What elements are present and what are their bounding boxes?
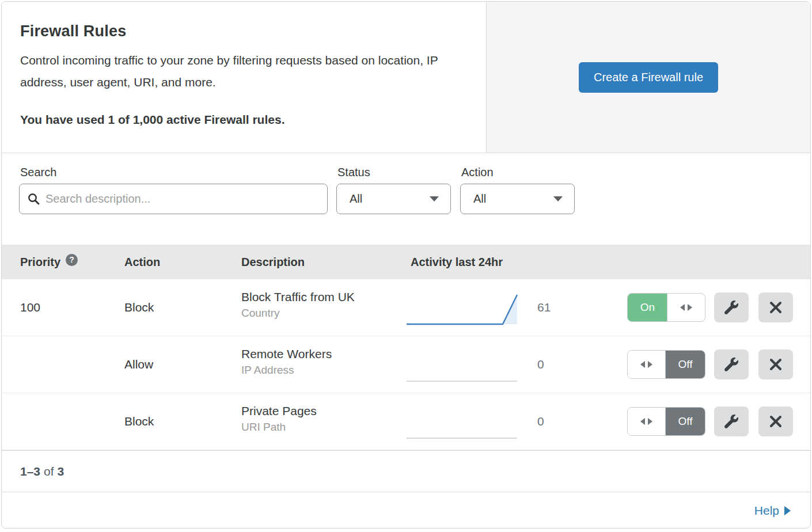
rule-description-cell: Remote Workers IP Address	[241, 347, 332, 377]
wrench-icon	[724, 415, 738, 428]
wrench-icon	[724, 301, 738, 314]
delete-rule-button[interactable]	[758, 292, 793, 322]
toggle-handle	[667, 294, 705, 321]
table-row: 100 Block Block Traffic from UK Country …	[2, 279, 810, 336]
arrow-right-icon	[648, 361, 652, 368]
toggle-state-label: Off	[666, 351, 705, 378]
rule-action: Allow	[124, 336, 153, 393]
toggle-handle	[628, 408, 666, 435]
activity-count: 0	[537, 393, 544, 450]
activity-sparkline	[405, 349, 519, 382]
rule-enabled-toggle[interactable]: On	[627, 293, 705, 322]
activity-count: 61	[537, 279, 551, 336]
column-header-description: Description	[241, 245, 305, 279]
chevron-down-icon	[430, 196, 439, 202]
header: Firewall Rules Control incoming traffic …	[2, 2, 810, 153]
priority-header-label: Priority	[20, 256, 60, 269]
chevron-down-icon	[553, 196, 563, 202]
search-input[interactable]	[45, 192, 319, 206]
arrow-left-icon	[640, 361, 645, 368]
rule-enabled-toggle[interactable]: Off	[627, 350, 705, 379]
table-row: Allow Remote Workers IP Address 0 Off	[2, 336, 810, 393]
help-link[interactable]: Help	[754, 504, 791, 518]
header-action-panel: Create a Firewall rule	[486, 2, 810, 153]
rule-description: Private Pages	[241, 404, 317, 418]
rule-action: Block	[124, 393, 154, 450]
arrow-left-icon	[680, 304, 685, 311]
rule-match-type: Country	[241, 307, 355, 320]
create-firewall-rule-button[interactable]: Create a Firewall rule	[579, 62, 718, 93]
arrow-right-icon	[688, 304, 692, 311]
rule-match-type: IP Address	[241, 364, 332, 377]
search-box	[19, 184, 328, 214]
activity-count: 0	[537, 336, 544, 393]
rule-priority: 100	[20, 279, 40, 336]
toggle-state-label: Off	[666, 408, 705, 435]
arrow-right-icon	[784, 506, 791, 515]
action-label: Action	[461, 166, 494, 179]
search-label: Search	[20, 166, 56, 179]
activity-sparkline	[405, 406, 519, 439]
header-text-block: Firewall Rules Control incoming traffic …	[2, 2, 486, 153]
page-title: Firewall Rules	[20, 22, 468, 40]
close-icon	[769, 358, 782, 371]
arrow-right-icon	[648, 418, 652, 425]
toggle-handle	[628, 351, 666, 378]
edit-rule-button[interactable]	[714, 406, 749, 436]
rule-match-type: URI Path	[241, 421, 317, 434]
status-selected-value: All	[350, 192, 362, 206]
rule-description: Block Traffic from UK	[241, 290, 355, 304]
help-bar: Help	[2, 492, 810, 529]
close-icon	[769, 301, 782, 314]
arrow-left-icon	[640, 418, 645, 425]
pagination-bar: 1–3 of 3	[2, 450, 810, 492]
rule-description: Remote Workers	[241, 347, 332, 361]
activity-sparkline	[405, 292, 519, 325]
toggle-state-label: On	[628, 294, 667, 321]
table-header-row: Priority ? Action Description Activity l…	[2, 245, 810, 279]
status-label: Status	[337, 166, 370, 179]
rule-action: Block	[124, 279, 154, 336]
rule-description-cell: Block Traffic from UK Country	[241, 290, 355, 320]
wrench-icon	[724, 358, 738, 371]
close-icon	[769, 415, 782, 428]
edit-rule-button[interactable]	[714, 292, 749, 322]
page-description: Control incoming traffic to your zone by…	[20, 50, 458, 93]
pagination-range: 1–3	[20, 465, 40, 478]
filter-bar: Search Status Action All All	[2, 153, 810, 245]
column-header-activity: Activity last 24hr	[411, 245, 503, 279]
priority-help-icon[interactable]: ?	[66, 254, 78, 266]
action-select[interactable]: All	[460, 184, 575, 214]
usage-summary: You have used 1 of 1,000 active Firewall…	[20, 113, 468, 127]
help-link-label: Help	[754, 504, 779, 518]
rule-description-cell: Private Pages URI Path	[241, 404, 317, 434]
table-row: Block Private Pages URI Path 0 Off	[2, 393, 810, 450]
status-select[interactable]: All	[336, 184, 451, 214]
pagination-of-text: of	[44, 465, 54, 478]
delete-rule-button[interactable]	[758, 406, 793, 436]
action-selected-value: All	[473, 192, 486, 206]
column-header-action: Action	[124, 245, 160, 279]
search-icon	[28, 193, 40, 205]
pagination-total: 3	[58, 465, 64, 478]
firewall-rules-panel: Firewall Rules Control incoming traffic …	[1, 1, 811, 529]
edit-rule-button[interactable]	[714, 349, 749, 379]
delete-rule-button[interactable]	[758, 349, 793, 379]
column-header-priority: Priority ?	[20, 245, 78, 279]
rule-enabled-toggle[interactable]: Off	[627, 407, 705, 436]
